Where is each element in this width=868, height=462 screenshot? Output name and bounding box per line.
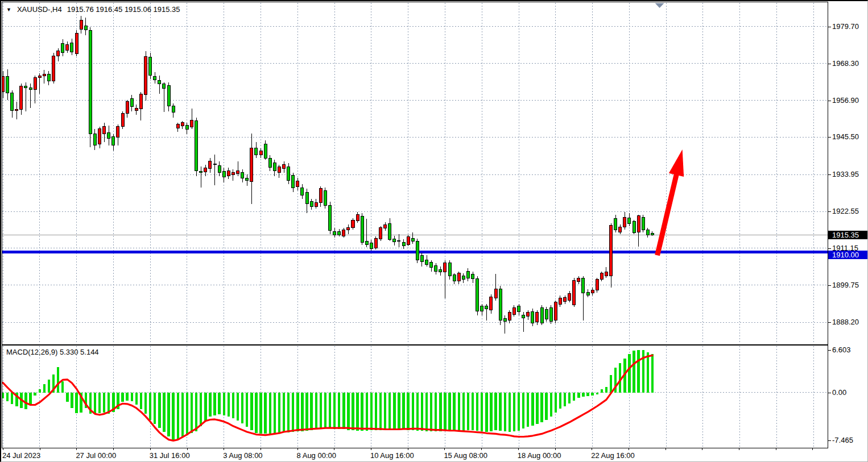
bear-candle [6, 77, 9, 93]
bull-candle [181, 123, 184, 126]
bear-candle [518, 306, 520, 311]
bear-candle [420, 255, 423, 261]
macd-histogram-bar [494, 393, 497, 430]
macd-histogram-bar [292, 393, 294, 432]
bull-candle [605, 272, 607, 276]
macd-histogram-bar [34, 393, 36, 396]
macd-histogram-bar [531, 393, 534, 426]
bull-candle [457, 273, 460, 281]
bear-candle [549, 307, 552, 321]
bear-candle [71, 43, 73, 52]
bear-candle [439, 269, 442, 272]
macd-histogram-bar [522, 393, 524, 428]
macd-histogram-bar [39, 389, 41, 393]
bear-candle [425, 260, 428, 264]
macd-histogram-bar [472, 393, 474, 430]
macd-histogram-bar [375, 393, 377, 430]
price-axis-label: 1933.95 [832, 170, 859, 178]
bear-candle [158, 80, 161, 84]
bull-candle [508, 313, 511, 321]
macd-histogram-bar [6, 393, 9, 401]
macd-histogram-bar [518, 393, 520, 431]
price-axis-label: 1922.55 [832, 207, 859, 215]
macd-histogram-bar [29, 393, 31, 404]
price-chart-canvas[interactable] [2, 2, 828, 344]
up-arrow[interactable] [658, 149, 684, 255]
macd-histogram-bar [513, 393, 515, 431]
bear-candle [200, 171, 202, 172]
bull-candle [232, 172, 234, 175]
bull-candle [43, 74, 46, 76]
macd-histogram-bar [439, 393, 441, 431]
bear-candle [416, 241, 419, 260]
macd-histogram-bar [320, 393, 322, 428]
macd-histogram-bar [223, 393, 225, 415]
bear-candle [268, 158, 271, 168]
macd-histogram-bar [181, 393, 184, 438]
price-axis-tick [828, 285, 831, 286]
symbol-period-label: XAUUSD-,H4 [17, 5, 62, 14]
chart-shift-marker-icon[interactable] [655, 3, 664, 9]
macd-histogram-bar [509, 393, 511, 432]
macd-indicator-panel[interactable]: MACD(12,26,9) 5.330 5.144 [2, 345, 828, 448]
bear-candle [430, 262, 433, 267]
macd-histogram-bar [545, 393, 547, 420]
bear-candle [292, 176, 295, 188]
bear-candle [448, 263, 451, 276]
bull-candle [568, 293, 571, 300]
macd-histogram-bar [191, 393, 193, 433]
bear-candle [112, 136, 115, 145]
chart-window: ▼ XAUUSD-,H4 1915.76 1916.45 1915.06 191… [0, 0, 868, 462]
price-axis-label: 1968.30 [832, 59, 859, 68]
time-axis-label: 24 Jul 2023 [2, 451, 40, 460]
symbol-dropdown-icon[interactable]: ▼ [6, 7, 11, 13]
macd-histogram-bar [384, 393, 386, 429]
macd-histogram-bar [379, 393, 382, 430]
macd-axis-tick [828, 350, 831, 351]
macd-histogram-bar [421, 393, 423, 431]
price-axis-tick [828, 174, 831, 175]
bull-candle [204, 168, 207, 172]
price-axis-tick [828, 101, 831, 101]
macd-histogram-bar [195, 393, 197, 431]
price-axis-label: 1945.50 [832, 132, 859, 141]
macd-histogram-bar [651, 354, 654, 393]
macd-histogram-bar [361, 393, 363, 431]
bull-candle [619, 227, 622, 232]
main-price-chart[interactable]: ▼ XAUUSD-,H4 1915.76 1916.45 1915.06 191… [2, 2, 828, 345]
macd-axis-label: 6.603 [832, 346, 851, 354]
macd-axis-tick [828, 393, 831, 393]
bull-candle [38, 76, 41, 78]
bull-candle [176, 124, 179, 128]
macd-histogram-bar [610, 375, 612, 393]
macd-histogram-bar [66, 393, 68, 402]
bull-candle [144, 57, 147, 95]
bull-candle [75, 33, 78, 53]
macd-histogram-bar [388, 393, 391, 429]
bear-candle [305, 193, 308, 203]
bear-candle [218, 165, 221, 172]
macd-histogram-bar [154, 393, 156, 424]
macd-histogram-bar [393, 393, 395, 429]
bear-candle [586, 292, 589, 295]
macd-histogram-bar [499, 393, 501, 431]
macd-histogram-bar [366, 393, 368, 431]
macd-histogram-bar [315, 393, 317, 429]
bull-candle [296, 181, 299, 186]
macd-histogram-bar [126, 393, 128, 401]
bear-candle [11, 93, 14, 111]
macd-histogram-bar [264, 393, 266, 434]
macd-canvas[interactable] [2, 346, 828, 448]
macd-histogram-bar [586, 393, 589, 396]
bear-candle [582, 278, 585, 293]
bear-candle [365, 241, 368, 244]
bull-candle [237, 170, 239, 173]
macd-histogram-bar [430, 393, 432, 431]
bear-candle [47, 74, 50, 81]
bear-candle [338, 231, 341, 235]
bull-candle [577, 278, 580, 281]
macd-histogram-bar [305, 393, 308, 431]
bear-candle [633, 222, 635, 233]
bear-candle [614, 219, 617, 230]
bear-candle [167, 85, 170, 106]
